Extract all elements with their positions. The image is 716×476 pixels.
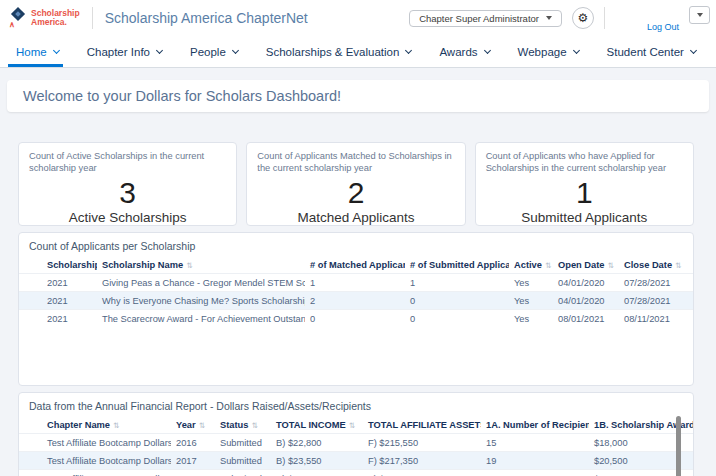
- applicants-table-header-row: Scholarship Year⇅ Scholarship Name⇅ # of…: [19, 257, 693, 274]
- main-nav: Home Chapter Info People Scholarships & …: [0, 36, 716, 68]
- chevron-down-icon: [232, 46, 239, 53]
- nav-label: People: [190, 46, 226, 58]
- stat-label: Matched Applicants: [257, 210, 454, 225]
- col-close-date[interactable]: Close Date⇅: [619, 257, 693, 274]
- nav-label: Awards: [439, 46, 477, 58]
- stat-value: 1: [486, 176, 683, 209]
- chevron-down-icon: [156, 46, 163, 53]
- cell-open-date: 04/01/2020: [553, 274, 619, 292]
- col-status[interactable]: Status⇅: [215, 417, 271, 434]
- sort-icon: ⇅: [186, 261, 192, 270]
- header-divider: [92, 7, 93, 29]
- stat-card-active-scholarships: Count of Active Scholarships in the curr…: [18, 142, 237, 226]
- logo-line2: America.: [31, 18, 80, 27]
- chevron-down-icon: [405, 46, 412, 53]
- user-menu-button[interactable]: [689, 6, 710, 24]
- table-row: 2021 Giving Peas a Chance - Gregor Mende…: [19, 274, 693, 292]
- table-row: 2021 Why is Everyone Chasing Me? Sports …: [19, 292, 693, 310]
- cell-scholarship-name: The Scarecrow Award - For Achievement Ou…: [97, 310, 305, 328]
- nav-item-people[interactable]: People: [176, 36, 252, 67]
- stat-cards-row: Count of Active Scholarships in the curr…: [18, 142, 694, 226]
- settings-gear-button[interactable]: ⚙: [572, 7, 594, 29]
- chevron-down-icon: [697, 13, 703, 17]
- table-row: Test Affiliate Bootcamp Dollars for Scho…: [19, 434, 693, 452]
- scholarship-america-logo: ∧ Scholarship America.: [8, 7, 80, 29]
- stat-value: 2: [257, 176, 454, 209]
- nav-label: Chapter Info: [87, 46, 150, 58]
- cell-matched: 1: [305, 274, 405, 292]
- col-submitted-applicants[interactable]: # of Submitted Applicants⇅: [405, 257, 509, 274]
- col-scholarship-year[interactable]: Scholarship Year⇅: [19, 257, 97, 274]
- chevron-down-icon: [484, 46, 491, 53]
- cell-matched: 0: [305, 310, 405, 328]
- financial-table-title: Data from the Annual Financial Report - …: [19, 393, 693, 417]
- sort-icon: ⇅: [349, 421, 355, 430]
- cell-open-date: 08/01/2021: [553, 310, 619, 328]
- logout-link[interactable]: Log Out: [647, 22, 679, 32]
- cell-year: 2021: [19, 274, 97, 292]
- cell-status: Submitted: [215, 470, 271, 476]
- col-year[interactable]: Year⇅: [171, 417, 215, 434]
- cell-submitted: 1: [405, 274, 509, 292]
- chevron-down-icon: [690, 46, 697, 53]
- table-row: Test Affiliate Bootcamp Dollars for Scho…: [19, 452, 693, 470]
- cell-active: Yes: [509, 310, 553, 328]
- applicants-table: Scholarship Year⇅ Scholarship Name⇅ # of…: [19, 257, 693, 327]
- nav-item-awards[interactable]: Awards: [425, 36, 503, 67]
- cell-active: Yes: [509, 292, 553, 310]
- col-open-date[interactable]: Open Date⇅: [553, 257, 619, 274]
- col-total-income[interactable]: TOTAL INCOME⇅: [271, 417, 363, 434]
- nav-label: Home: [16, 46, 47, 58]
- table-scrollbar[interactable]: [676, 416, 681, 476]
- cell-year: 2021: [19, 292, 97, 310]
- user-area: Log Out: [615, 4, 679, 32]
- col-total-affiliate-assets[interactable]: TOTAL AFFILIATE ASSETS:⇅: [363, 417, 481, 434]
- stat-label: Active Scholarships: [29, 210, 226, 225]
- cell-total-affiliate-assets: F) $215,550: [363, 434, 481, 452]
- cell-year: 2015: [171, 470, 215, 476]
- financial-table-header-row: Chapter Name⇅ Year⇅ Status⇅ TOTAL INCOME…: [19, 417, 693, 434]
- sort-icon: ⇅: [675, 261, 681, 270]
- nav-item-student-center[interactable]: Student Center: [593, 36, 710, 67]
- cell-recipients: 15: [481, 434, 589, 452]
- col-scholarship-name[interactable]: Scholarship Name⇅: [97, 257, 305, 274]
- annual-financial-report-card: Data from the Annual Financial Report - …: [18, 392, 694, 476]
- cell-submitted: 0: [405, 310, 509, 328]
- welcome-title: Welcome to your Dollars for Scholars Das…: [23, 88, 341, 104]
- sort-icon: ⇅: [113, 421, 119, 430]
- cell-open-date: 04/01/2020: [553, 292, 619, 310]
- nav-item-home[interactable]: Home: [2, 36, 73, 67]
- nav-item-scholarships-evaluation[interactable]: Scholarships & Evaluation: [252, 36, 426, 67]
- cell-total-income: B) $9,850: [271, 470, 363, 476]
- welcome-banner: Welcome to your Dollars for Scholars Das…: [7, 80, 709, 112]
- cell-close-date: 07/28/2021: [619, 292, 693, 310]
- col-matched-applicants[interactable]: # of Matched Applicants⇅: [305, 257, 405, 274]
- cell-submitted: 0: [405, 292, 509, 310]
- chevron-down-icon: [546, 16, 552, 20]
- cell-status: Submitted: [215, 452, 271, 470]
- gear-icon: ⚙: [578, 11, 589, 25]
- nav-item-chapter-info[interactable]: Chapter Info: [73, 36, 176, 67]
- stat-card-submitted-applicants: Count of Applicants who have Applied for…: [475, 142, 694, 226]
- role-selector-dropdown[interactable]: Chapter Super Administrator: [409, 10, 562, 27]
- nav-label: Scholarships & Evaluation: [266, 46, 400, 58]
- cell-status: Submitted: [215, 434, 271, 452]
- stat-card-matched-applicants: Count of Applicants Matched to Scholarsh…: [246, 142, 465, 226]
- stat-label: Submitted Applicants: [486, 210, 683, 225]
- sort-icon: ⇅: [608, 261, 614, 270]
- app-header: ∧ Scholarship America. Scholarship Ameri…: [0, 0, 716, 36]
- cell-scholarship-name: Giving Peas a Chance - Gregor Mendel STE…: [97, 274, 305, 292]
- cell-chapter-name: Test Affiliate Bootcamp Dollars for Scho…: [19, 470, 171, 476]
- col-number-of-recipients[interactable]: 1A. Number of Recipients⇅: [481, 417, 589, 434]
- cell-year: 2017: [171, 452, 215, 470]
- cell-recipients: 5: [481, 470, 589, 476]
- col-active[interactable]: Active⇅: [509, 257, 553, 274]
- nav-item-webpage[interactable]: Webpage: [504, 36, 593, 67]
- table-row: Test Affiliate Bootcamp Dollars for Scho…: [19, 470, 693, 476]
- col-chapter-name[interactable]: Chapter Name⇅: [19, 417, 171, 434]
- header-actions: Chapter Super Administrator ⚙ Log Out: [409, 4, 710, 32]
- cell-matched: 2: [305, 292, 405, 310]
- stat-caption: Count of Active Scholarships in the curr…: [29, 150, 226, 174]
- cell-scholarship-name: Why is Everyone Chasing Me? Sports Schol…: [97, 292, 305, 310]
- cell-close-date: 07/28/2021: [619, 274, 693, 292]
